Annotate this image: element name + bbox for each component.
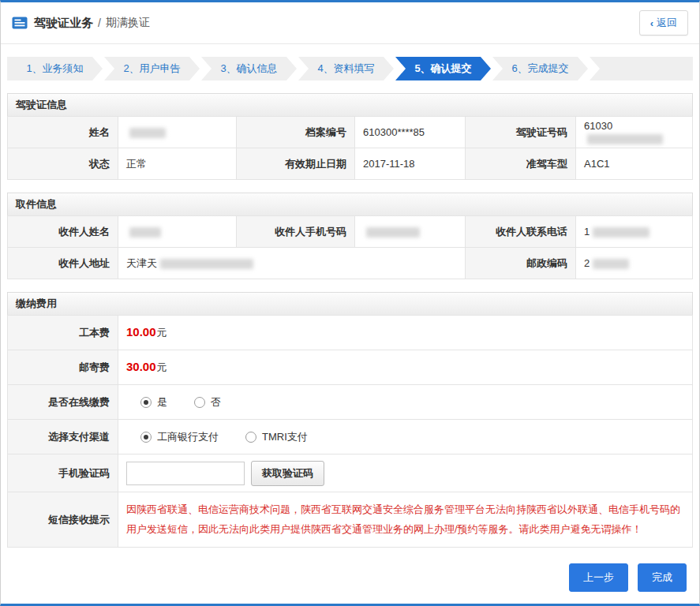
step-2-declaration: 2、用户申告: [104, 57, 200, 80]
table-row: 选择支付渠道 工商银行支付 TMRI支付: [8, 420, 693, 454]
recipient-address-value: 天津天: [118, 248, 466, 279]
sms-code-input[interactable]: [126, 462, 245, 485]
fees-table: 工本费 10.00元 邮寄费 30.00元 是否在线缴费 是 否 选择支付渠道: [7, 315, 693, 548]
pay-channel-icbc-radio[interactable]: 工商银行支付: [140, 430, 219, 444]
pay-channel-options: 工商银行支付 TMRI支付: [118, 420, 693, 454]
table-row: 状态 正常 有效期止日期 2017-11-18 准驾车型 A1C1: [8, 148, 693, 180]
redacted-value: [593, 227, 649, 238]
step-wizard: 1、业务须知 2、用户申告 3、确认信息 4、资料填写 5、确认提交 6、完成提…: [7, 57, 693, 80]
radio-dot-icon: [194, 397, 205, 408]
vehicle-class-value: A1C1: [576, 148, 693, 180]
cost-fee-label: 工本费: [8, 316, 118, 350]
recipient-mobile-label: 收件人手机号码: [237, 216, 355, 248]
previous-step-button[interactable]: 上一步: [569, 563, 628, 592]
license-info-table: 姓名 档案编号 610300****85 驾驶证号码 61030 状态 正常 有…: [7, 116, 693, 180]
file-no-value: 610300****85: [355, 117, 466, 148]
status-label: 状态: [8, 148, 118, 180]
valid-until-label: 有效期止日期: [237, 148, 355, 180]
recipient-tel-value: 1: [576, 216, 693, 248]
name-value: [118, 117, 237, 148]
postage-fee-label: 邮寄费: [8, 350, 118, 385]
table-row: 手机验证码 获取验证码: [8, 454, 693, 492]
pickup-section-title: 取件信息: [7, 193, 693, 216]
license-no-value: 61030: [576, 117, 693, 148]
pay-channel-label: 选择支付渠道: [8, 420, 118, 454]
pickup-info-section: 取件信息 收件人姓名 收件人手机号码 收件人联系电话 1 收件人地址 天津天 邮…: [7, 193, 693, 279]
page-title: 驾驶证业务: [34, 16, 93, 31]
table-row: 邮寄费 30.00元: [8, 350, 693, 385]
table-row: 收件人姓名 收件人手机号码 收件人联系电话 1: [8, 216, 693, 248]
sms-notice-cell: 因陕西省联通、电信运营商技术问题，陕西省互联网交通安全综合服务管理平台无法向持陕…: [118, 492, 693, 548]
radio-dot-icon: [245, 432, 256, 443]
back-chevron-icon: ‹: [650, 18, 653, 28]
redacted-value: [129, 128, 166, 138]
sms-notice-text: 因陕西省联通、电信运营商技术问题，陕西省互联网交通安全综合服务管理平台无法向持陕…: [126, 500, 684, 539]
pay-channel-tmri-label: TMRI支付: [262, 430, 308, 444]
sms-notice-label: 短信接收提示: [8, 492, 118, 548]
file-no-label: 档案编号: [237, 117, 355, 148]
online-pay-label: 是否在线缴费: [8, 385, 118, 420]
page-header: 驾驶证业务 / 期满换证 ‹ 返回: [1, 2, 699, 44]
recipient-mobile-value: [355, 216, 466, 248]
redacted-value: [160, 259, 253, 269]
license-renewal-page: 驾驶证业务 / 期满换证 ‹ 返回 1、业务须知 2、用户申告 3、确认信息 4…: [0, 0, 700, 606]
license-no-label: 驾驶证号码: [466, 117, 576, 148]
redacted-value: [593, 259, 629, 269]
table-row: 短信接收提示 因陕西省联通、电信运营商技术问题，陕西省互联网交通安全综合服务管理…: [8, 492, 693, 548]
status-value: 正常: [118, 148, 237, 180]
name-label: 姓名: [8, 117, 118, 148]
step-bar-filler: [590, 57, 693, 80]
recipient-tel-label: 收件人联系电话: [466, 216, 576, 248]
license-section-title: 驾驶证信息: [7, 93, 693, 117]
table-row: 是否在线缴费 是 否: [8, 385, 693, 420]
fees-section: 缴纳费用 工本费 10.00元 邮寄费 30.00元 是否在线缴费 是 否: [7, 292, 693, 548]
step-6-finish: 6、完成提交: [492, 57, 588, 80]
back-button[interactable]: ‹ 返回: [639, 10, 688, 36]
sms-code-label: 手机验证码: [8, 454, 118, 492]
pay-channel-tmri-radio[interactable]: TMRI支付: [245, 430, 308, 444]
sms-code-field-cell: 获取验证码: [118, 454, 693, 492]
online-pay-options: 是 否: [118, 385, 693, 420]
online-pay-yes-label: 是: [157, 395, 167, 410]
license-info-section: 驾驶证信息 姓名 档案编号 610300****85 驾驶证号码 61030 状…: [7, 93, 693, 180]
step-1-notice: 1、业务须知: [7, 57, 103, 80]
vehicle-class-label: 准驾车型: [466, 148, 576, 180]
fees-section-title: 缴纳费用: [7, 292, 693, 316]
table-row: 工本费 10.00元: [8, 316, 693, 350]
postage-fee-value: 30.00元: [118, 350, 693, 385]
redacted-value: [587, 134, 663, 144]
radio-dot-icon: [140, 397, 152, 408]
redacted-value: [129, 227, 161, 238]
finish-button[interactable]: 完成: [638, 563, 687, 592]
table-row: 收件人地址 天津天 邮政编码 2: [8, 248, 693, 279]
postcode-value: 2: [576, 248, 693, 279]
step-3-confirm-info: 3、确认信息: [201, 57, 297, 80]
recipient-address-label: 收件人地址: [8, 248, 118, 279]
recipient-name-value: [118, 216, 237, 248]
postcode-label: 邮政编码: [466, 248, 576, 279]
pickup-info-table: 收件人姓名 收件人手机号码 收件人联系电话 1 收件人地址 天津天 邮政编码 2: [7, 215, 693, 279]
cost-fee-value: 10.00元: [118, 316, 693, 350]
business-doc-icon: [12, 17, 28, 29]
online-pay-no-label: 否: [211, 395, 221, 410]
title-separator: /: [98, 17, 101, 29]
table-row: 姓名 档案编号 610300****85 驾驶证号码 61030: [8, 117, 693, 148]
step-5-confirm-submit: 5、确认提交: [395, 57, 491, 80]
back-button-label: 返回: [657, 16, 677, 30]
redacted-value: [366, 227, 420, 238]
step-4-fill-data: 4、资料填写: [298, 57, 394, 80]
valid-until-value: 2017-11-18: [355, 148, 466, 180]
footer-actions: 上一步 完成: [13, 563, 687, 592]
radio-dot-icon: [140, 432, 152, 443]
recipient-name-label: 收件人姓名: [8, 216, 118, 248]
online-pay-no-radio[interactable]: 否: [194, 395, 221, 410]
pay-channel-icbc-label: 工商银行支付: [157, 430, 219, 444]
page-subtitle: 期满换证: [106, 16, 150, 30]
get-sms-code-button[interactable]: 获取验证码: [251, 461, 324, 486]
online-pay-yes-radio[interactable]: 是: [140, 395, 167, 410]
